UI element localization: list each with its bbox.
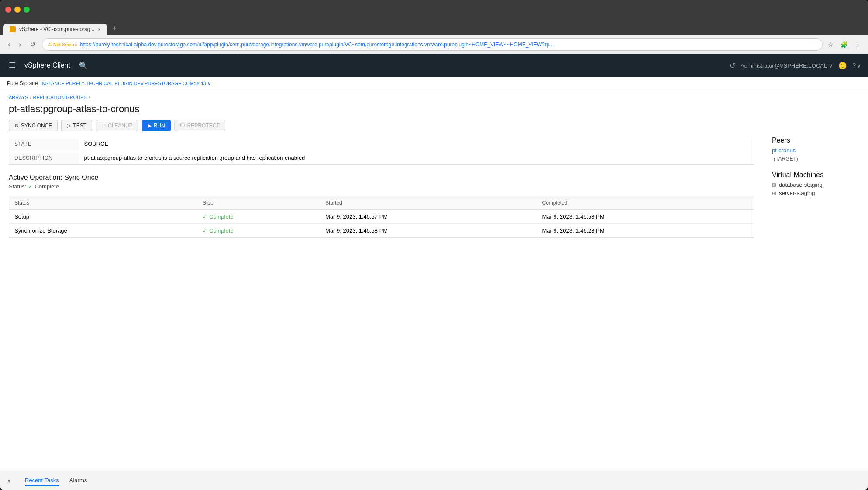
reprotect-icon: 🛡 (180, 123, 185, 129)
tab-favicon (10, 26, 16, 32)
user-menu[interactable]: Administrator@VSPHERE.LOCAL ∨ (741, 62, 833, 69)
task-step: ✓ Complete (197, 224, 320, 238)
refresh-button[interactable]: ↺ (730, 62, 735, 70)
breadcrumb-replication-groups[interactable]: REPLICATION GROUPS (33, 95, 86, 100)
reprotect-button[interactable]: 🛡 REPROTECT (174, 120, 225, 131)
vm-item[interactable]: ⊞server-staging (772, 190, 859, 196)
svg-rect-0 (10, 27, 15, 31)
peers-title: Peers (772, 137, 859, 144)
browser-tab[interactable]: vSphere - VC~com.purestorag... × (3, 24, 107, 35)
task-status: Synchronize Storage (9, 224, 197, 238)
cleanup-button[interactable]: ⊟ CLEANUP (96, 120, 138, 131)
task-started: Mar 9, 2023, 1:45:57 PM (320, 210, 537, 224)
tasks-table: Status Step Started Completed Setup ✓ Co… (9, 196, 754, 238)
maximize-traffic-light[interactable] (24, 7, 30, 13)
breadcrumb-sep-2: / (89, 95, 90, 100)
close-traffic-light[interactable] (5, 7, 11, 13)
status-prefix: Status: (9, 183, 26, 190)
task-completed: Mar 9, 2023, 1:45:58 PM (537, 210, 754, 224)
security-warning: ⚠ Not Secure (48, 41, 77, 47)
breadcrumb-arrays[interactable]: ARRAYS (9, 95, 28, 100)
description-label: Description (9, 151, 79, 165)
peer-label: (TARGET) (774, 156, 798, 162)
emoji-button[interactable]: 🙂 (838, 62, 847, 70)
url-text: https://purely-technical-alpha.dev.pures… (80, 41, 554, 48)
alarms-tab[interactable]: Alarms (69, 475, 87, 486)
description-value: pt-atlas:pgroup-atlas-to-cronus is a sou… (79, 151, 754, 165)
col-status: Status (9, 196, 197, 210)
active-operation-title: Active Operation: Sync Once (9, 174, 754, 182)
back-button[interactable]: ‹ (5, 39, 13, 50)
vm-name: server-staging (779, 190, 815, 196)
reload-button[interactable]: ↺ (28, 38, 38, 50)
info-table: State SOURCE Description pt-atlas:pgroup… (9, 137, 754, 165)
status-line: Status: ✓ Complete (9, 183, 754, 190)
tab-close-button[interactable]: × (98, 27, 100, 32)
user-chevron-icon: ∨ (829, 62, 833, 69)
state-label: State (9, 137, 79, 151)
pure-storage-label: Pure Storage (7, 80, 38, 86)
test-icon: ▷ (67, 123, 71, 129)
table-row: Setup ✓ Complete Mar 9, 2023, 1:45:57 PM… (9, 210, 754, 224)
task-started: Mar 9, 2023, 1:45:58 PM (320, 224, 537, 238)
app-title: vSphere Client (24, 62, 70, 69)
sync-once-button[interactable]: ↻ SYNC ONCE (9, 120, 58, 131)
vm-item[interactable]: ⊞database-staging (772, 182, 859, 188)
task-status: Setup (9, 210, 197, 224)
bottom-bar: ∧ Recent Tasks Alarms (0, 471, 868, 490)
forward-button[interactable]: › (16, 39, 24, 50)
bookmark-button[interactable]: ☆ (826, 39, 835, 50)
status-check-icon: ✓ (28, 183, 33, 190)
status-value: Complete (34, 183, 59, 190)
user-name: Administrator@VSPHERE.LOCAL (741, 62, 827, 69)
vm-name: database-staging (779, 182, 823, 188)
help-button[interactable]: ? ∨ (852, 62, 861, 69)
menu-button[interactable]: ⋮ (853, 39, 863, 50)
help-chevron-icon: ∨ (857, 62, 861, 69)
breadcrumb: ARRAYS / REPLICATION GROUPS / (0, 90, 868, 102)
table-row: Synchronize Storage ✓ Complete Mar 9, 20… (9, 224, 754, 238)
extensions-button[interactable]: 🧩 (839, 39, 850, 50)
run-button[interactable]: ▶ RUN (142, 120, 171, 131)
hamburger-menu[interactable]: ☰ (7, 59, 17, 72)
col-completed: Completed (537, 196, 754, 210)
vm-icon: ⊞ (772, 182, 776, 188)
bottom-chevron-icon[interactable]: ∧ (7, 478, 11, 484)
cleanup-icon: ⊟ (101, 123, 106, 129)
sync-icon: ↻ (14, 123, 19, 129)
peer-link[interactable]: pt-cronus (772, 147, 859, 154)
test-button[interactable]: ▷ TEST (61, 120, 92, 131)
recent-tasks-tab[interactable]: Recent Tasks (25, 475, 59, 486)
vm-icon: ⊞ (772, 190, 776, 196)
task-completed: Mar 9, 2023, 1:46:28 PM (537, 224, 754, 238)
breadcrumb-sep-1: / (30, 95, 31, 100)
minimize-traffic-light[interactable] (14, 7, 21, 13)
col-started: Started (320, 196, 537, 210)
run-icon: ▶ (148, 123, 152, 129)
col-step: Step (197, 196, 320, 210)
description-row: Description pt-atlas:pgroup-atlas-to-cro… (9, 151, 754, 165)
instance-link[interactable]: INSTANCE PURELY-TECHNICAL-PLUGIN.DEV.PUR… (41, 81, 211, 86)
tab-title: vSphere - VC~com.purestorag... (19, 26, 94, 32)
task-step: ✓ Complete (197, 210, 320, 224)
new-tab-button[interactable]: + (109, 22, 121, 35)
state-value: SOURCE (79, 137, 754, 151)
page-title: pt-atlas:pgroup-atlas-to-cronus (0, 102, 868, 120)
virtual-machines-title: Virtual Machines (772, 171, 859, 179)
search-button[interactable]: 🔍 (77, 60, 90, 72)
address-bar[interactable]: ⚠ Not Secure https://purely-technical-al… (42, 38, 823, 51)
state-row: State SOURCE (9, 137, 754, 151)
